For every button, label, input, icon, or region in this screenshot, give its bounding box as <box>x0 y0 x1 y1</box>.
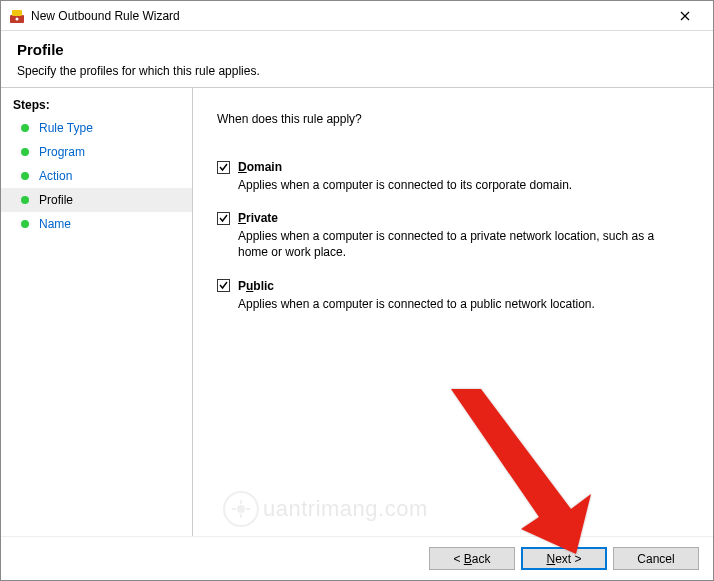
desc-public: Applies when a computer is connected to … <box>238 296 678 312</box>
back-button[interactable]: < Back <box>429 547 515 570</box>
desc-domain: Applies when a computer is connected to … <box>238 177 678 193</box>
step-profile[interactable]: Profile <box>1 188 192 212</box>
wizard-header: Profile Specify the profiles for which t… <box>1 31 713 90</box>
step-rule-type[interactable]: Rule Type <box>1 116 192 140</box>
app-icon <box>9 8 25 24</box>
bullet-icon <box>21 148 29 156</box>
page-subtitle: Specify the profiles for which this rule… <box>17 64 697 78</box>
bullet-icon <box>21 124 29 132</box>
step-action[interactable]: Action <box>1 164 192 188</box>
checkbox-domain[interactable] <box>217 161 230 174</box>
question-text: When does this rule apply? <box>217 112 689 126</box>
option-public: Public Applies when a computer is connec… <box>217 279 689 312</box>
steps-sidebar: Steps: Rule Type Program Action Profile … <box>1 88 193 536</box>
label-domain: Domain <box>238 160 282 174</box>
bullet-icon <box>21 220 29 228</box>
steps-heading: Steps: <box>1 94 192 116</box>
step-name[interactable]: Name <box>1 212 192 236</box>
option-domain: Domain Applies when a computer is connec… <box>217 160 689 193</box>
bullet-icon <box>21 172 29 180</box>
label-public: Public <box>238 279 274 293</box>
cancel-button[interactable]: Cancel <box>613 547 699 570</box>
page-title: Profile <box>17 41 697 58</box>
window-title: New Outbound Rule Wizard <box>31 9 665 23</box>
bullet-icon <box>21 196 29 204</box>
svg-rect-1 <box>12 10 22 16</box>
next-button[interactable]: Next > <box>521 547 607 570</box>
close-button[interactable] <box>665 2 705 30</box>
option-private: Private Applies when a computer is conne… <box>217 211 689 260</box>
step-program[interactable]: Program <box>1 140 192 164</box>
svg-point-2 <box>16 17 19 20</box>
checkbox-private[interactable] <box>217 212 230 225</box>
titlebar: New Outbound Rule Wizard <box>1 1 713 31</box>
content-pane: When does this rule apply? Domain Applie… <box>193 88 713 536</box>
label-private: Private <box>238 211 278 225</box>
checkbox-public[interactable] <box>217 279 230 292</box>
desc-private: Applies when a computer is connected to … <box>238 228 678 260</box>
wizard-footer: < Back Next > Cancel <box>1 536 713 580</box>
